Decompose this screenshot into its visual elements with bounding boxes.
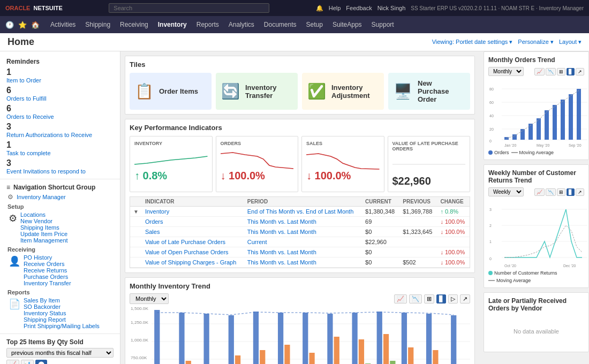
reminder-link-fulfill[interactable]: Orders to Fulfill [6,95,114,102]
reports-icon: 📄 [9,298,20,310]
chart-area-btn[interactable]: 📉 [409,294,422,304]
kpi-period-orders[interactable]: This Month vs. Last Month [247,218,316,225]
wr-line-btn[interactable]: 📈 [534,188,545,196]
kpi-link-inventory[interactable]: Inventory [145,208,169,215]
kpi-link-orders[interactable]: Orders [145,218,163,225]
netsuite-logo: NETSUITE [33,5,62,11]
nav-link-vendor[interactable]: New Vendor [20,218,68,224]
kpi-period-shipping[interactable]: This Month vs. Last Month [247,259,316,266]
nav-link-item-mgmt[interactable]: Item Management [20,237,68,244]
kpi-link-sales[interactable]: Sales [145,229,160,235]
kpi-col-period: PERIOD [244,197,362,207]
nav-support[interactable]: Support [367,19,398,31]
nav-suiteapps[interactable]: SuiteApps [328,19,366,31]
tile-order-items[interactable]: 📋 Order Items [130,73,212,110]
nav-link-receive-orders[interactable]: Receive Orders [24,261,71,267]
personalize-button[interactable]: Personalize ▾ [518,39,554,46]
wr-table-btn[interactable]: ⊞ [557,188,565,196]
nav-link-po-history[interactable]: PO History [24,254,71,261]
nav-inventory[interactable]: Inventory [154,19,191,31]
late-orders-card: Late or Partially Received Orders by Ven… [484,292,589,352]
inventory-manager-link[interactable]: Inventory Manager [17,194,66,200]
home-recent-icon[interactable]: 🕐 [5,21,14,29]
nav-link-shipping-labels[interactable]: Print Shipping/Mailing Labels [24,323,100,329]
top25-line-btn[interactable]: 📈 [6,360,19,364]
favorites-icon[interactable]: ⭐ [18,21,27,29]
reminder-link-task[interactable]: Task to complete [6,150,114,156]
main-content: Tiles 📋 Order Items 🔄 Inventory Transfer… [120,51,479,364]
reminder-link-return[interactable]: Return Authorizations to Receive [6,132,114,138]
kpi-link-late-po[interactable]: Value of Late Purchase Orders [145,239,225,245]
kpi-period-open-po[interactable]: This Month vs. Last Month [247,249,316,255]
wr-area-btn[interactable]: 📉 [546,188,556,196]
wr-bar-btn[interactable]: ▊ [567,188,575,196]
nav-link-sales-item[interactable]: Sales By Item [24,297,100,304]
top25-dropdown[interactable]: previous months this fiscal half this mo… [6,348,114,358]
layout-button[interactable]: Layout ▾ [559,39,582,46]
reminder-link-receive[interactable]: Orders to Receive [6,113,114,120]
wr-export-btn[interactable]: ↗ [576,188,584,196]
kpi-col-current: CURRENT [362,197,399,207]
nav-shipping[interactable]: Shipping [81,19,115,31]
tile-new-purchase-order[interactable]: 🖥️ New Purchase Order [388,73,470,110]
mo-line-btn[interactable]: 📈 [534,68,545,75]
chart-bar-btn[interactable]: ▊ [436,294,446,304]
kpi-period-late-po[interactable]: Current [247,239,267,245]
chart-table-btn[interactable]: ⊞ [424,294,434,304]
tile-inventory-adjustment[interactable]: ✅ Inventory Adjustment [302,73,384,110]
kpi-period-sales[interactable]: This Month vs. Last Month [247,229,316,235]
user-name[interactable]: Nick Singh [377,5,406,11]
nav-link-inv-transfer[interactable]: Inventory Transfer [24,280,71,286]
setup-links: Locations New Vendor Shipping Items Upda… [20,211,68,244]
svg-text:1,250.0K: 1,250.0K [131,320,148,325]
home-icon[interactable]: 🏠 [31,21,40,29]
table-row: Sales This Month vs. Last Month $0 $1,32… [130,227,470,237]
feedback-link[interactable]: Feedback [346,5,372,11]
nav-link-receive-returns[interactable]: Receive Returns [24,267,71,274]
help-link[interactable]: Help [329,5,341,11]
mo-table-btn[interactable]: ⊞ [557,68,565,75]
nav-reports[interactable]: Reports [192,19,223,31]
notifications-icon[interactable]: 🔔 [316,5,323,12]
mo-area-btn[interactable]: 📉 [546,68,556,75]
kpi-link-shipping[interactable]: Value of Shipping Charges - Graph [145,259,236,266]
nav-link-shipping-items[interactable]: Shipping Items [20,224,68,231]
chart-more-btn[interactable]: ▷ [448,294,458,304]
reminder-link-order[interactable]: Item to Order [6,77,114,84]
nav-analytics[interactable]: Analytics [224,19,259,31]
svg-text:2: 2 [489,224,492,228]
kpi-period-inventory[interactable]: End of This Month vs. End of Last Month [247,208,354,215]
monthly-period-dropdown[interactable]: Monthly Weekly Daily [130,293,169,304]
nav-setup[interactable]: Setup [302,19,327,31]
mo-export-btn[interactable]: ↗ [576,68,584,75]
nav-link-so-backorder[interactable]: SO Backorder [24,304,100,310]
nav-receiving[interactable]: Receiving [116,19,153,31]
chart-export-btn[interactable]: ↗ [460,294,470,304]
top25-pie-btn[interactable]: ⬤ [35,360,47,364]
tile-inventory-transfer[interactable]: 🔄 Inventory Transfer [216,73,298,110]
search-input[interactable] [109,3,269,13]
reminder-link-event[interactable]: Event Invitations to respond to [6,168,114,175]
svg-rect-82 [504,137,509,140]
kpi-link-open-po[interactable]: Value of Open Purchase Orders [145,249,229,255]
reminder-item-order: 1 Item to Order [0,66,120,85]
viewing-portlet-button[interactable]: Viewing: Portlet date settings ▾ [432,39,513,46]
chart-line-btn[interactable]: 📈 [394,294,407,304]
reminders-title: Reminders [0,56,120,66]
nav-documents[interactable]: Documents [260,19,301,31]
nav-activities[interactable]: Activities [46,19,80,31]
nav-link-item-price[interactable]: Update Item Price [20,231,68,237]
monthly-orders-dropdown[interactable]: Monthly Weekly [488,67,524,76]
nav-link-shipping-report[interactable]: Shipping Report [24,316,100,323]
svg-text:May '20: May '20 [537,143,549,148]
tiles-section: Tiles 📋 Order Items 🔄 Inventory Transfer… [125,56,475,115]
nav-link-purchase-orders[interactable]: Purchase Orders [24,274,71,280]
mo-bar-btn[interactable]: ▊ [567,68,575,75]
svg-rect-37 [260,350,265,364]
nav-link-inv-status[interactable]: Inventory Status [24,310,100,316]
nav-link-locations[interactable]: Locations [20,211,68,218]
reminder-item-task: 1 Task to complete [0,139,120,157]
reminder-item-event: 3 Event Invitations to respond to [0,157,120,176]
top25-bar-btn[interactable]: 📊 [21,360,34,364]
weekly-returns-dropdown[interactable]: Weekly Monthly [488,187,524,196]
